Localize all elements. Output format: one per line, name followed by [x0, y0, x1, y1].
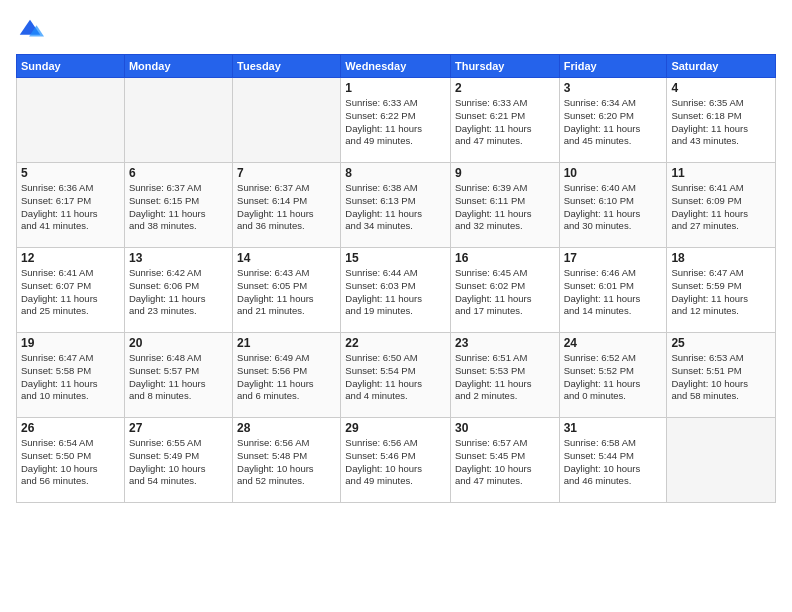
- day-info: Sunrise: 6:36 AM Sunset: 6:17 PM Dayligh…: [21, 182, 120, 233]
- day-info: Sunrise: 6:48 AM Sunset: 5:57 PM Dayligh…: [129, 352, 228, 403]
- calendar-day-cell: 13Sunrise: 6:42 AM Sunset: 6:06 PM Dayli…: [124, 248, 232, 333]
- day-info: Sunrise: 6:51 AM Sunset: 5:53 PM Dayligh…: [455, 352, 555, 403]
- day-number: 25: [671, 336, 771, 350]
- calendar-day-header: Tuesday: [233, 55, 341, 78]
- day-number: 6: [129, 166, 228, 180]
- day-info: Sunrise: 6:38 AM Sunset: 6:13 PM Dayligh…: [345, 182, 446, 233]
- calendar-day-cell: 5Sunrise: 6:36 AM Sunset: 6:17 PM Daylig…: [17, 163, 125, 248]
- calendar-table: SundayMondayTuesdayWednesdayThursdayFrid…: [16, 54, 776, 503]
- day-info: Sunrise: 6:53 AM Sunset: 5:51 PM Dayligh…: [671, 352, 771, 403]
- day-info: Sunrise: 6:56 AM Sunset: 5:46 PM Dayligh…: [345, 437, 446, 488]
- calendar-day-cell: 31Sunrise: 6:58 AM Sunset: 5:44 PM Dayli…: [559, 418, 667, 503]
- day-info: Sunrise: 6:41 AM Sunset: 6:09 PM Dayligh…: [671, 182, 771, 233]
- day-info: Sunrise: 6:34 AM Sunset: 6:20 PM Dayligh…: [564, 97, 663, 148]
- calendar-day-cell: 12Sunrise: 6:41 AM Sunset: 6:07 PM Dayli…: [17, 248, 125, 333]
- calendar-day-cell: 4Sunrise: 6:35 AM Sunset: 6:18 PM Daylig…: [667, 78, 776, 163]
- calendar-week-row: 1Sunrise: 6:33 AM Sunset: 6:22 PM Daylig…: [17, 78, 776, 163]
- day-number: 21: [237, 336, 336, 350]
- day-info: Sunrise: 6:39 AM Sunset: 6:11 PM Dayligh…: [455, 182, 555, 233]
- day-number: 5: [21, 166, 120, 180]
- day-number: 29: [345, 421, 446, 435]
- calendar-day-cell: 7Sunrise: 6:37 AM Sunset: 6:14 PM Daylig…: [233, 163, 341, 248]
- day-number: 31: [564, 421, 663, 435]
- calendar-day-header: Thursday: [450, 55, 559, 78]
- day-number: 22: [345, 336, 446, 350]
- calendar-header-row: SundayMondayTuesdayWednesdayThursdayFrid…: [17, 55, 776, 78]
- day-info: Sunrise: 6:52 AM Sunset: 5:52 PM Dayligh…: [564, 352, 663, 403]
- day-number: 23: [455, 336, 555, 350]
- day-number: 4: [671, 81, 771, 95]
- calendar-day-header: Wednesday: [341, 55, 451, 78]
- calendar-day-cell: 3Sunrise: 6:34 AM Sunset: 6:20 PM Daylig…: [559, 78, 667, 163]
- calendar-day-cell: 18Sunrise: 6:47 AM Sunset: 5:59 PM Dayli…: [667, 248, 776, 333]
- calendar-day-cell: 9Sunrise: 6:39 AM Sunset: 6:11 PM Daylig…: [450, 163, 559, 248]
- day-number: 19: [21, 336, 120, 350]
- calendar-day-cell: 26Sunrise: 6:54 AM Sunset: 5:50 PM Dayli…: [17, 418, 125, 503]
- calendar-week-row: 5Sunrise: 6:36 AM Sunset: 6:17 PM Daylig…: [17, 163, 776, 248]
- day-info: Sunrise: 6:47 AM Sunset: 5:58 PM Dayligh…: [21, 352, 120, 403]
- day-info: Sunrise: 6:41 AM Sunset: 6:07 PM Dayligh…: [21, 267, 120, 318]
- calendar-day-cell: 2Sunrise: 6:33 AM Sunset: 6:21 PM Daylig…: [450, 78, 559, 163]
- day-info: Sunrise: 6:54 AM Sunset: 5:50 PM Dayligh…: [21, 437, 120, 488]
- day-info: Sunrise: 6:56 AM Sunset: 5:48 PM Dayligh…: [237, 437, 336, 488]
- day-number: 17: [564, 251, 663, 265]
- day-info: Sunrise: 6:55 AM Sunset: 5:49 PM Dayligh…: [129, 437, 228, 488]
- calendar-day-cell: 22Sunrise: 6:50 AM Sunset: 5:54 PM Dayli…: [341, 333, 451, 418]
- day-number: 13: [129, 251, 228, 265]
- day-info: Sunrise: 6:40 AM Sunset: 6:10 PM Dayligh…: [564, 182, 663, 233]
- calendar-day-cell: 19Sunrise: 6:47 AM Sunset: 5:58 PM Dayli…: [17, 333, 125, 418]
- day-number: 28: [237, 421, 336, 435]
- calendar-day-header: Monday: [124, 55, 232, 78]
- day-info: Sunrise: 6:42 AM Sunset: 6:06 PM Dayligh…: [129, 267, 228, 318]
- day-number: 9: [455, 166, 555, 180]
- calendar-day-cell: 23Sunrise: 6:51 AM Sunset: 5:53 PM Dayli…: [450, 333, 559, 418]
- day-number: 20: [129, 336, 228, 350]
- calendar-day-cell: [233, 78, 341, 163]
- calendar-day-header: Friday: [559, 55, 667, 78]
- calendar-day-cell: 16Sunrise: 6:45 AM Sunset: 6:02 PM Dayli…: [450, 248, 559, 333]
- day-info: Sunrise: 6:46 AM Sunset: 6:01 PM Dayligh…: [564, 267, 663, 318]
- day-info: Sunrise: 6:37 AM Sunset: 6:15 PM Dayligh…: [129, 182, 228, 233]
- logo: [16, 16, 48, 44]
- calendar-day-cell: 30Sunrise: 6:57 AM Sunset: 5:45 PM Dayli…: [450, 418, 559, 503]
- day-number: 3: [564, 81, 663, 95]
- calendar-day-cell: 6Sunrise: 6:37 AM Sunset: 6:15 PM Daylig…: [124, 163, 232, 248]
- calendar-week-row: 26Sunrise: 6:54 AM Sunset: 5:50 PM Dayli…: [17, 418, 776, 503]
- day-number: 11: [671, 166, 771, 180]
- day-info: Sunrise: 6:50 AM Sunset: 5:54 PM Dayligh…: [345, 352, 446, 403]
- calendar-day-cell: [667, 418, 776, 503]
- calendar-day-cell: 14Sunrise: 6:43 AM Sunset: 6:05 PM Dayli…: [233, 248, 341, 333]
- logo-icon: [16, 16, 44, 44]
- day-number: 15: [345, 251, 446, 265]
- day-number: 10: [564, 166, 663, 180]
- calendar-day-cell: 25Sunrise: 6:53 AM Sunset: 5:51 PM Dayli…: [667, 333, 776, 418]
- calendar-day-cell: 1Sunrise: 6:33 AM Sunset: 6:22 PM Daylig…: [341, 78, 451, 163]
- day-info: Sunrise: 6:35 AM Sunset: 6:18 PM Dayligh…: [671, 97, 771, 148]
- calendar-day-cell: 15Sunrise: 6:44 AM Sunset: 6:03 PM Dayli…: [341, 248, 451, 333]
- day-number: 2: [455, 81, 555, 95]
- day-number: 7: [237, 166, 336, 180]
- day-number: 18: [671, 251, 771, 265]
- calendar-day-cell: 24Sunrise: 6:52 AM Sunset: 5:52 PM Dayli…: [559, 333, 667, 418]
- day-number: 26: [21, 421, 120, 435]
- day-number: 1: [345, 81, 446, 95]
- calendar-day-cell: 21Sunrise: 6:49 AM Sunset: 5:56 PM Dayli…: [233, 333, 341, 418]
- calendar-day-cell: 11Sunrise: 6:41 AM Sunset: 6:09 PM Dayli…: [667, 163, 776, 248]
- day-info: Sunrise: 6:49 AM Sunset: 5:56 PM Dayligh…: [237, 352, 336, 403]
- page-header: [16, 16, 776, 44]
- calendar-day-cell: 10Sunrise: 6:40 AM Sunset: 6:10 PM Dayli…: [559, 163, 667, 248]
- day-info: Sunrise: 6:45 AM Sunset: 6:02 PM Dayligh…: [455, 267, 555, 318]
- day-number: 24: [564, 336, 663, 350]
- calendar-day-cell: [17, 78, 125, 163]
- day-number: 14: [237, 251, 336, 265]
- calendar-day-cell: 27Sunrise: 6:55 AM Sunset: 5:49 PM Dayli…: [124, 418, 232, 503]
- calendar-day-cell: 20Sunrise: 6:48 AM Sunset: 5:57 PM Dayli…: [124, 333, 232, 418]
- calendar-day-cell: 17Sunrise: 6:46 AM Sunset: 6:01 PM Dayli…: [559, 248, 667, 333]
- day-info: Sunrise: 6:37 AM Sunset: 6:14 PM Dayligh…: [237, 182, 336, 233]
- calendar-week-row: 19Sunrise: 6:47 AM Sunset: 5:58 PM Dayli…: [17, 333, 776, 418]
- calendar-day-cell: 8Sunrise: 6:38 AM Sunset: 6:13 PM Daylig…: [341, 163, 451, 248]
- day-info: Sunrise: 6:33 AM Sunset: 6:21 PM Dayligh…: [455, 97, 555, 148]
- day-info: Sunrise: 6:47 AM Sunset: 5:59 PM Dayligh…: [671, 267, 771, 318]
- day-number: 30: [455, 421, 555, 435]
- day-number: 8: [345, 166, 446, 180]
